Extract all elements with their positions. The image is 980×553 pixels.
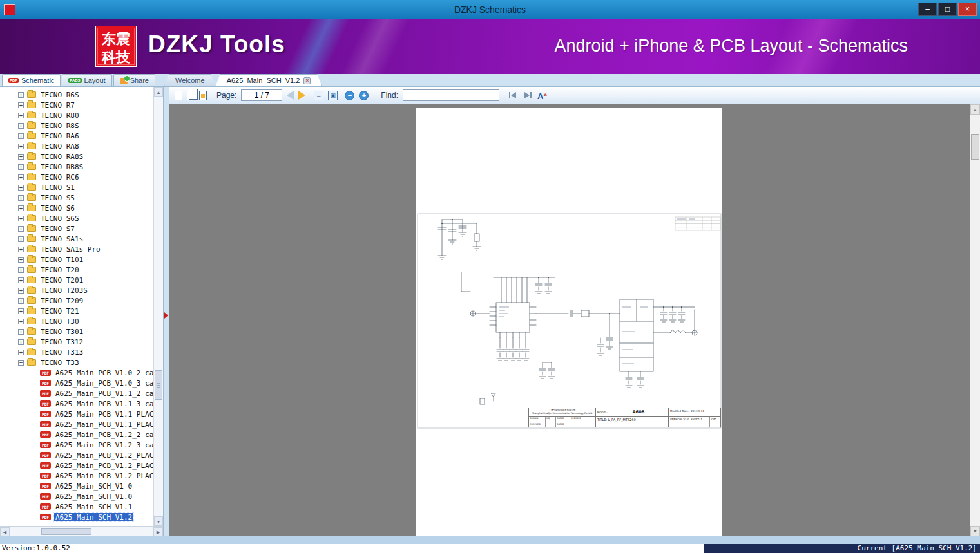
minimize-button[interactable]: – — [918, 3, 937, 16]
tree-item[interactable]: + PDF TECNO S1 — [0, 182, 163, 192]
tree-item[interactable]: PDF A625_Main_SCH_V1.2 — [0, 512, 163, 522]
tree-expander-icon[interactable]: + — [18, 174, 24, 180]
tree-item-label[interactable]: A625_Main_SCH_V1.2 — [54, 513, 133, 521]
tree-item[interactable]: + PDF TECNO RC6 — [0, 172, 163, 182]
tab-share[interactable]: Share — [113, 74, 155, 86]
close-button[interactable]: × — [958, 3, 977, 16]
tree-expander-icon[interactable]: + — [18, 102, 24, 108]
tree-item[interactable]: PDF A625_Main_PCB_V1.1_PLACEM — [0, 409, 163, 419]
tree-item[interactable]: + PDF TECNO T313 — [0, 347, 163, 357]
viewer-vscrollbar[interactable]: ▲ ▼ — [970, 104, 980, 536]
tree-expander-icon[interactable]: + — [18, 288, 24, 294]
tree-expander-icon[interactable]: + — [18, 133, 24, 139]
tree-item[interactable]: PDF A625_Main_PCB_V1.1_3 car — [0, 398, 163, 409]
tree-expander-icon[interactable]: + — [18, 144, 24, 149]
tree-expander-icon[interactable]: + — [18, 92, 24, 98]
tree-item[interactable]: + PDF TECNO S5 — [0, 192, 163, 203]
tree-item[interactable]: + PDF TECNO T209 — [0, 295, 163, 306]
fit-width-icon[interactable]: ↔ — [314, 91, 323, 100]
tree-item-label[interactable]: A625_Main_PCB_V1.0_2 car — [54, 369, 159, 377]
tab-welcome[interactable]: Welcome — [164, 74, 216, 86]
scroll-up-icon[interactable]: ▲ — [154, 87, 163, 97]
tree-item-label[interactable]: TECNO T313 — [39, 348, 84, 357]
tree-item-label[interactable]: A625_Main_PCB_V1.2_PLACEM — [54, 462, 163, 470]
tree-item-label[interactable]: TECNO T201 — [39, 276, 84, 285]
tree-item-label[interactable]: A625_Main_PCB_V1.2_3 car — [54, 441, 159, 449]
tree-item[interactable]: + PDF TECNO T201 — [0, 275, 163, 285]
tree-item-label[interactable]: TECNO T30 — [39, 317, 81, 326]
tree-expander-icon[interactable]: + — [18, 350, 24, 355]
tree-item-label[interactable]: TECNO RA6 — [39, 132, 81, 140]
match-case-icon[interactable]: Aa — [537, 90, 546, 100]
tree-item-label[interactable]: TECNO T20 — [39, 266, 81, 274]
tree-item-label[interactable]: TECNO R8S — [39, 122, 81, 130]
two-page-view-icon[interactable] — [187, 91, 195, 100]
tree-item[interactable]: PDF A625_Main_PCB_V1.2_2 car — [0, 429, 163, 440]
tree-item[interactable]: − PDF TECNO T33 — [0, 357, 163, 368]
tree-item-label[interactable]: A625_Main_SCH_V1.1 — [54, 503, 133, 511]
tree-item-label[interactable]: TECNO R6S — [39, 91, 81, 99]
tree-item-label[interactable]: TECNO T101 — [39, 256, 84, 264]
tree-item[interactable]: + PDF TECNO RB8S — [0, 162, 163, 172]
tree-item-label[interactable]: A625_Main_SCH_V1 0 — [54, 482, 133, 491]
viewer-scroll-up-icon[interactable]: ▲ — [970, 104, 980, 115]
tree-item[interactable]: PDF A625_Main_PCB_V1.2_PLACEM — [0, 471, 163, 481]
tree-item-label[interactable]: TECNO R80 — [39, 111, 81, 120]
tree-item[interactable]: PDF A625_Main_PCB_V1.1_2 car — [0, 388, 163, 398]
tree-expander-icon[interactable]: + — [18, 154, 24, 160]
tree-item-label[interactable]: TECNO S6S — [39, 214, 81, 223]
tree-item[interactable]: + PDF TECNO T30 — [0, 316, 163, 326]
tree-item-label[interactable]: A625_Main_PCB_V1.2_PLACEM — [54, 472, 163, 480]
tree-item[interactable]: + PDF TECNO R8S — [0, 120, 163, 131]
tree-item[interactable]: + PDF TECNO T20 — [0, 265, 163, 275]
tree-item-label[interactable]: TECNO T21 — [39, 307, 81, 315]
sidebar-hscroll-thumb[interactable] — [41, 528, 91, 535]
tree-item-label[interactable]: TECNO T301 — [39, 328, 84, 336]
zoom-in-icon[interactable]: + — [359, 91, 369, 100]
tree-expander-icon[interactable]: + — [18, 185, 24, 191]
tree-expander-icon[interactable]: + — [18, 123, 24, 129]
tree-item[interactable]: + PDF TECNO R7 — [0, 100, 163, 110]
viewer-canvas[interactable]: 上海华勤通讯技术有限公司 Shanghai HuaQin Communicati… — [169, 104, 980, 536]
find-next-icon[interactable] — [523, 91, 533, 100]
tree-item[interactable]: PDF A625_Main_PCB_V1.2_PLACEM — [0, 450, 163, 460]
sidebar-vscrollbar[interactable]: ▲ ▼ — [153, 87, 163, 526]
splitter-collapse-icon[interactable] — [164, 312, 168, 319]
pdf-page[interactable]: 上海华勤通讯技术有限公司 Shanghai HuaQin Communicati… — [416, 108, 722, 536]
tree-item[interactable]: + PDF TECNO S7 — [0, 223, 163, 234]
tree-item[interactable]: + PDF TECNO R80 — [0, 110, 163, 120]
viewer-scroll-down-icon[interactable]: ▼ — [970, 526, 980, 536]
tree-expander-icon[interactable]: + — [18, 298, 24, 304]
tree-item[interactable]: + PDF TECNO T21 — [0, 306, 163, 316]
tree-item[interactable]: PDF A625_Main_PCB_V1.0_2 car — [0, 368, 163, 378]
single-page-view-icon[interactable] — [175, 91, 182, 100]
tree-item-label[interactable]: TECNO RC6 — [39, 173, 81, 182]
tree-expander-icon[interactable]: + — [18, 339, 24, 345]
sidebar-vscroll-thumb[interactable] — [155, 370, 162, 400]
tree-expander-icon[interactable]: + — [18, 277, 24, 283]
page-number-input[interactable] — [241, 89, 282, 101]
tree-item[interactable]: + PDF TECNO S6S — [0, 213, 163, 223]
tree-expander-icon[interactable]: + — [18, 308, 24, 314]
tree-expander-icon[interactable]: + — [18, 329, 24, 335]
tree-expander-icon[interactable]: − — [18, 360, 24, 366]
tree-item-label[interactable]: TECNO RA8 — [39, 142, 81, 151]
tree-item-label[interactable]: A625_Main_PCB_V1.2_PLACEM — [54, 451, 163, 460]
tree-item[interactable]: PDF A625_Main_PCB_V1.1_PLACEM — [0, 419, 163, 429]
tree-item[interactable]: + PDF TECNO RA8 — [0, 141, 163, 151]
tree-item[interactable]: PDF A625_Main_SCH_V1.0 — [0, 491, 163, 501]
continuous-view-icon[interactable] — [199, 91, 207, 100]
tree-item-label[interactable]: TECNO T33 — [39, 359, 81, 367]
scroll-down-icon[interactable]: ▼ — [154, 516, 163, 526]
tree-item-label[interactable]: TECNO S1 — [39, 183, 76, 192]
tree-item-label[interactable]: A625_Main_PCB_V1.1_PLACEM — [54, 410, 163, 418]
tree-item-label[interactable]: TECNO S7 — [39, 225, 76, 233]
tree-item[interactable]: PDF A625_Main_PCB_V1.2_3 car — [0, 440, 163, 450]
tree-item-label[interactable]: A625_Main_PCB_V1.2_2 car — [54, 431, 159, 439]
scroll-left-icon[interactable]: ◀ — [0, 527, 10, 536]
tree-expander-icon[interactable]: + — [18, 216, 24, 221]
tree-expander-icon[interactable]: + — [18, 195, 24, 201]
tree-item-label[interactable]: TECNO T312 — [39, 338, 84, 346]
tree-expander-icon[interactable]: + — [18, 164, 24, 170]
tree-item[interactable]: PDF A625_Main_PCB_V1.0_3 car — [0, 378, 163, 388]
